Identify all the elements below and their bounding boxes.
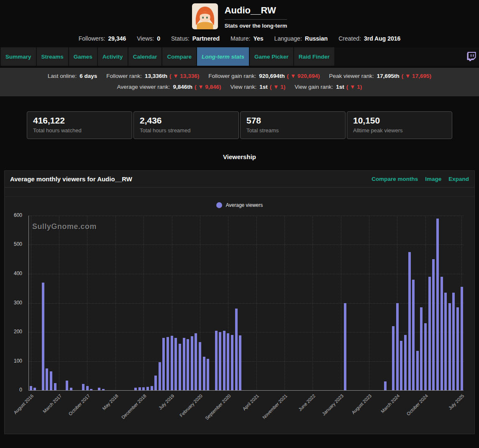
bar-slot	[262, 216, 266, 390]
bar[interactable]	[227, 333, 229, 390]
rank-item-peak-viewer-rank: Peak viewer rank:17,695th( ▼ 17,695)	[329, 73, 431, 79]
bar[interactable]	[42, 283, 44, 390]
tab-streams[interactable]: Streams	[37, 47, 68, 66]
x-tick-label: January 2023	[321, 393, 344, 417]
bar-slot	[323, 216, 327, 390]
bar[interactable]	[187, 339, 189, 390]
page: Audio__RW Stats over the long-term Follo…	[0, 0, 479, 434]
tab-summary[interactable]: Summary	[1, 47, 36, 66]
bar[interactable]	[191, 336, 193, 390]
bar[interactable]	[432, 259, 435, 390]
bar[interactable]	[412, 280, 415, 390]
bar[interactable]	[404, 335, 407, 390]
bar-slot	[186, 216, 190, 390]
y-tick-label: 400	[5, 270, 22, 276]
bar[interactable]	[66, 381, 68, 390]
tab-games[interactable]: Games	[69, 47, 97, 66]
bar[interactable]	[138, 387, 141, 390]
tab-activity[interactable]: Activity	[98, 47, 128, 66]
bar[interactable]	[203, 357, 205, 390]
tab-game-picker[interactable]: Game Picker	[250, 47, 293, 66]
bar[interactable]	[146, 387, 149, 390]
bar-slot	[29, 216, 33, 390]
info-value: 0	[157, 35, 160, 42]
bar[interactable]	[171, 336, 173, 390]
stat-card-label: Total hours streamed	[140, 127, 233, 134]
bar[interactable]	[166, 337, 169, 390]
bar[interactable]	[195, 333, 197, 390]
bar[interactable]	[174, 338, 177, 390]
bar[interactable]	[420, 307, 423, 390]
tab-calendar[interactable]: Calendar	[128, 47, 162, 66]
bar[interactable]	[239, 335, 241, 390]
bar[interactable]	[408, 252, 411, 390]
bar[interactable]	[424, 323, 427, 390]
y-tick-label: 200	[5, 329, 22, 335]
tab-raid-finder[interactable]: Raid Finder	[294, 47, 334, 66]
x-tick-label: August 2023	[351, 393, 372, 415]
y-tick-label: 600	[5, 212, 22, 218]
bar-slot	[97, 216, 102, 390]
stat-card-total-streams: 578Total streams	[240, 111, 346, 139]
info-value: 3rd Aug 2016	[364, 35, 400, 42]
bar-slot	[105, 216, 110, 390]
image-link[interactable]: Image	[425, 176, 441, 182]
bar[interactable]	[452, 293, 455, 390]
bar[interactable]	[441, 277, 443, 390]
bar-slot	[254, 216, 259, 390]
bar[interactable]	[50, 371, 52, 390]
bar[interactable]	[219, 332, 221, 390]
bar[interactable]	[86, 386, 89, 390]
bar-slot	[206, 216, 210, 390]
chart-panel: Average monthly viewers for Audio__RW Co…	[4, 170, 475, 434]
bar[interactable]	[142, 387, 145, 390]
bar[interactable]	[162, 338, 165, 390]
bar[interactable]	[428, 277, 431, 390]
chart-bars	[29, 216, 464, 390]
bar-slot	[226, 216, 231, 390]
bar-slot	[371, 216, 375, 390]
bar[interactable]	[183, 338, 185, 390]
bar[interactable]	[223, 331, 225, 390]
bar[interactable]	[154, 376, 157, 390]
tab-long-term-stats[interactable]: Long-term stats	[197, 47, 249, 66]
bar[interactable]	[215, 331, 218, 390]
bar[interactable]	[82, 384, 85, 390]
bar[interactable]	[46, 368, 48, 390]
bar[interactable]	[344, 303, 346, 391]
bar[interactable]	[199, 342, 201, 390]
bar[interactable]	[400, 341, 402, 390]
twitch-icon[interactable]	[467, 52, 476, 61]
bar[interactable]	[416, 351, 419, 390]
bar[interactable]	[207, 359, 209, 390]
bar[interactable]	[456, 307, 459, 390]
tab-compare[interactable]: Compare	[162, 47, 196, 66]
compare-months-link[interactable]: Compare months	[371, 176, 418, 182]
bar[interactable]	[384, 381, 387, 390]
bar[interactable]	[461, 287, 463, 390]
expand-link[interactable]: Expand	[448, 176, 469, 182]
bar[interactable]	[231, 335, 233, 390]
bar[interactable]	[396, 303, 399, 391]
bar[interactable]	[436, 219, 439, 390]
watermark: SullyGnome.com	[32, 222, 97, 231]
channel-title: Audio__RW	[225, 5, 287, 20]
rank-delta: ( ▼ 9,846)	[195, 84, 221, 90]
chart-links: Compare monthsImageExpand	[371, 176, 469, 182]
bar[interactable]	[448, 303, 451, 391]
bar-slot	[319, 216, 323, 390]
bar[interactable]	[30, 386, 32, 390]
channel-info-row: Followers:29,346Views:0Status:PartneredM…	[0, 35, 479, 42]
bar[interactable]	[444, 293, 447, 390]
chart-toolbar	[5, 188, 474, 197]
bar[interactable]	[392, 326, 394, 390]
bar-slot	[174, 216, 178, 390]
bar[interactable]	[179, 344, 181, 390]
bar[interactable]	[235, 309, 238, 390]
bar[interactable]	[159, 362, 161, 390]
bar[interactable]	[151, 386, 153, 390]
chart-legend[interactable]: Average viewers	[5, 197, 474, 210]
rank-label: View gain rank:	[295, 84, 333, 90]
bar-slot	[327, 216, 331, 390]
bar[interactable]	[54, 383, 56, 390]
